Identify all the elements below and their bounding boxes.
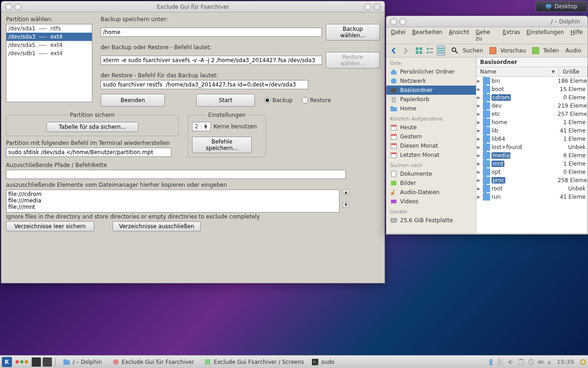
- task-dolphin[interactable]: / – Dolphin: [59, 357, 106, 367]
- places-item[interactable]: Persönlicher Ordner: [386, 67, 476, 76]
- cashew-icon[interactable]: [580, 359, 586, 365]
- quick-launch-terminal[interactable]: [32, 357, 41, 367]
- file-row[interactable]: ▶run41 Eleme: [476, 193, 588, 201]
- file-row[interactable]: ▶mnt1 Eleme: [476, 160, 588, 168]
- menu-item[interactable]: Datei: [391, 29, 406, 42]
- activity-pager[interactable]: [16, 360, 28, 363]
- column-headers[interactable]: Name▼ Größe: [476, 67, 588, 77]
- share-label[interactable]: Teilen: [543, 47, 559, 54]
- file-row[interactable]: ▶lost+foundUnbek: [476, 143, 588, 151]
- partition-item[interactable]: /dev/sda3 ---- ext4: [6, 33, 92, 41]
- split-icon[interactable]: [531, 46, 540, 56]
- places-item[interactable]: Letzten Monat: [386, 150, 476, 160]
- move-down-button[interactable]: ▼: [343, 202, 349, 208]
- expand-icon[interactable]: ▶: [476, 153, 481, 158]
- file-row[interactable]: ▶cdrom0 Eleme: [476, 93, 588, 102]
- backup-path-input[interactable]: [101, 28, 322, 37]
- battery-icon[interactable]: [537, 358, 545, 366]
- exclude-dirs-button[interactable]: Verzeichnisse ausschließen: [113, 221, 201, 231]
- preview-icon[interactable]: [489, 46, 497, 56]
- expand-icon[interactable]: ▶: [476, 161, 481, 166]
- end-button[interactable]: Beenden: [101, 94, 165, 107]
- scissors-icon[interactable]: [497, 358, 504, 366]
- nav-back-button[interactable]: [390, 46, 398, 56]
- expand-icon[interactable]: ▶: [476, 170, 481, 174]
- file-row[interactable]: ▶rootUnbek: [476, 184, 588, 193]
- places-item[interactable]: 25,6 GiB Festplatte: [386, 216, 476, 225]
- window-menu-button[interactable]: [5, 3, 12, 11]
- clock[interactable]: 15:35: [557, 359, 574, 365]
- backup-choose-button[interactable]: Backup wählen...: [326, 24, 380, 40]
- audio-label[interactable]: Audio: [565, 47, 581, 54]
- start-button[interactable]: Start: [196, 94, 255, 107]
- expand-icon[interactable]: ▶: [476, 104, 481, 108]
- expand-icon[interactable]: ▶: [476, 137, 481, 141]
- pin-button[interactable]: [399, 18, 407, 25]
- window-menu-button[interactable]: [390, 18, 397, 25]
- search-icon[interactable]: [451, 46, 459, 56]
- desktop-switcher-button[interactable]: Desktop: [536, 1, 587, 12]
- expand-icon[interactable]: ▶: [476, 145, 481, 150]
- expand-icon[interactable]: ▶: [476, 112, 481, 116]
- spinner-arrows-icon[interactable]: ▲▼: [201, 124, 210, 129]
- file-list[interactable]: ▶bin186 Eleme▶boot15 Eleme▶cdrom0 Eleme▶…: [476, 77, 588, 233]
- expand-icon[interactable]: ▶: [476, 178, 481, 183]
- empty-dirs-button[interactable]: Verzeichnisse leer sichern: [6, 221, 94, 231]
- places-item[interactable]: Heute: [386, 123, 476, 132]
- save-table-button[interactable]: Tabelle für sda sichern...: [46, 122, 138, 132]
- volume-icon[interactable]: [507, 358, 514, 366]
- menu-item[interactable]: Gehe zu: [475, 29, 496, 42]
- restore-choose-button[interactable]: Restore wählen...: [326, 52, 380, 69]
- menu-item[interactable]: Einstellungen: [526, 29, 564, 42]
- task-fsarchiver[interactable]: Exclude Gui für Fsarchiver: [108, 357, 198, 367]
- partition-item[interactable]: /dev/sda5 ---- ext4: [6, 41, 92, 49]
- kickoff-button[interactable]: K: [2, 357, 12, 367]
- places-item[interactable]: Bilder: [386, 178, 476, 188]
- file-row[interactable]: ▶bin186 Eleme: [476, 77, 588, 85]
- file-row[interactable]: ▶etc257 Eleme: [476, 110, 588, 118]
- col-name[interactable]: Name: [480, 69, 496, 75]
- expand-icon[interactable]: ▶: [476, 186, 481, 191]
- file-row[interactable]: ▶dev219 Eleme: [476, 102, 588, 110]
- save-commands-button[interactable]: Befehle speichern...: [192, 137, 252, 153]
- preview-label[interactable]: Vorschau: [501, 47, 526, 54]
- menu-item[interactable]: Bearbeiten: [412, 29, 442, 42]
- task-sudo[interactable]: >_sudo: [307, 357, 339, 367]
- file-row[interactable]: ▶opt0 Eleme: [476, 168, 588, 176]
- file-row[interactable]: ▶media6 Eleme: [476, 151, 588, 160]
- places-item[interactable]: Dokumente: [386, 169, 476, 178]
- menu-item[interactable]: Extras: [503, 29, 520, 42]
- fsa-titlebar[interactable]: Exclude Gui für Fsarchiver: [1, 1, 384, 12]
- pin-button[interactable]: [14, 3, 22, 11]
- places-item[interactable]: Videos: [386, 197, 476, 206]
- expand-icon[interactable]: ▶: [476, 120, 481, 125]
- clipboard-icon[interactable]: [517, 358, 525, 366]
- places-item[interactable]: Diesen Monat: [386, 141, 476, 150]
- nav-forward-button[interactable]: [401, 46, 409, 56]
- partition-item[interactable]: /dev/sdb1 ---- ext4: [6, 49, 92, 58]
- expand-icon[interactable]: ▶: [476, 128, 481, 133]
- restore-radio[interactable]: Restore: [302, 97, 331, 104]
- file-row[interactable]: ▶proc258 Eleme: [476, 176, 588, 184]
- search-label[interactable]: Suchen: [463, 47, 483, 54]
- restore-cmd-input[interactable]: [101, 80, 308, 89]
- backup-radio[interactable]: Backup: [264, 97, 293, 104]
- partition-listbox[interactable]: /dev/sda1 ---- ntfs/dev/sda3 ---- ext4/d…: [6, 24, 92, 102]
- menu-item[interactable]: Hilfe: [571, 29, 583, 42]
- exclude-list-textarea[interactable]: [6, 190, 339, 213]
- exclude-path-input[interactable]: [6, 170, 346, 179]
- menu-item[interactable]: Ansicht: [449, 29, 469, 42]
- file-row[interactable]: ▶lib41 Eleme: [476, 126, 588, 135]
- expand-icon[interactable]: ▶: [476, 87, 481, 92]
- file-row[interactable]: ▶lib641 Eleme: [476, 135, 588, 143]
- col-size[interactable]: Größe: [559, 67, 588, 76]
- view-details-button[interactable]: [437, 46, 445, 56]
- quick-launch-konsole[interactable]: [43, 357, 52, 367]
- command-input[interactable]: [101, 56, 322, 65]
- file-row[interactable]: ▶boot15 Eleme: [476, 85, 588, 93]
- dolphin-titlebar[interactable]: / – Dolphin: [386, 16, 588, 27]
- view-icons-button[interactable]: [415, 46, 423, 56]
- places-item[interactable]: Netzwerk: [386, 76, 476, 86]
- places-item[interactable]: Audio-Dateien: [386, 188, 476, 197]
- expand-icon[interactable]: ▶: [476, 79, 481, 83]
